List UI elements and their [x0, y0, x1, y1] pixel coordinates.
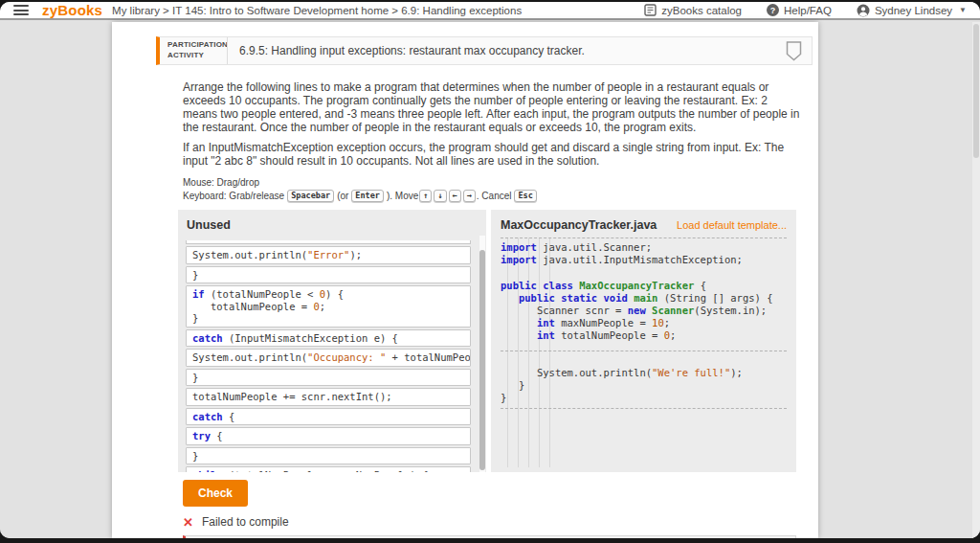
- draggable-code-item[interactable]: }: [186, 266, 471, 284]
- scrollbar-thumb[interactable]: [479, 250, 485, 470]
- unused-item-list: System.out.println("Error");}if (totalNu…: [186, 246, 471, 472]
- keyboard-hint-move: ). Move: [387, 190, 418, 202]
- compile-status-text: Failed to compile: [202, 515, 289, 529]
- key-arrow: ←: [449, 190, 461, 202]
- draggable-code-item[interactable]: totalNumPeople += scnr.nextInt();: [186, 388, 471, 406]
- instruction-paragraph-1: Arrange the following lines to make a pr…: [183, 80, 805, 134]
- load-default-template-link[interactable]: Load default template...: [677, 219, 787, 231]
- draggable-code-item[interactable]: System.out.println("Error");: [186, 246, 471, 264]
- chevron-down-icon: ▼: [959, 6, 967, 14]
- nav-user-menu[interactable]: Sydney Lindsey ▼: [857, 4, 967, 17]
- key-esc: Esc: [514, 190, 536, 202]
- page-scrollbar-thumb[interactable]: [973, 24, 979, 158]
- hamburger-menu-icon[interactable]: [13, 5, 29, 15]
- nav-user-label: Sydney Lindsey: [875, 5, 952, 16]
- activity-header: PARTICIPATION ACTIVITY 6.9.5: Handling i…: [156, 36, 813, 65]
- code-panel-header: MaxOccupancyTracker.java Load default te…: [501, 218, 787, 232]
- draggable-code-item[interactable]: try {: [186, 427, 471, 445]
- code-line: if (totalNumPeople < 0) {: [192, 288, 464, 301]
- code-line: [501, 354, 787, 367]
- code-line: [501, 266, 787, 279]
- code-line: public static void main (String [] args)…: [501, 292, 787, 305]
- code-line: import java.util.Scanner;: [501, 241, 787, 254]
- compile-error-output: MaxOccupancyTracker.java:17: error: 'cat…: [183, 535, 796, 538]
- interaction-hints: Mouse: Drag/drop Keyboard: Grab/release …: [183, 176, 813, 202]
- keyboard-hint-or: (or: [337, 190, 348, 202]
- keyboard-hint-cancel: . Cancel: [477, 190, 512, 202]
- content-card: PARTICIPATION ACTIVITY 6.9.5: Handling i…: [112, 22, 818, 538]
- code-line: while (totalNumPeople < maxNumPeople) {: [192, 469, 464, 472]
- draggable-code-item[interactable]: }: [186, 369, 471, 387]
- nav-zybooks-catalog[interactable]: zyBooks catalog: [644, 4, 742, 16]
- code-line: }: [501, 379, 787, 392]
- arrow-keys: ↑↓←→: [418, 190, 477, 202]
- key-arrow: ↑: [419, 190, 432, 202]
- code-line: totalNumPeople += scnr.nextInt();: [192, 391, 464, 403]
- code-block-top[interactable]: import java.util.Scanner;import java.uti…: [501, 238, 787, 351]
- page-content: PARTICIPATION ACTIVITY 6.9.5: Handling i…: [0, 22, 980, 538]
- key-arrow: →: [463, 190, 476, 202]
- keyboard-hint-prefix: Keyboard: Grab/release: [183, 190, 284, 202]
- mouse-hint: Mouse: Drag/drop: [183, 176, 813, 189]
- completion-shield-icon: [786, 41, 802, 61]
- code-line: catch (InputMismatchException e) {: [192, 332, 464, 345]
- code-line: }: [192, 269, 464, 282]
- partially-scrolled-item: [186, 240, 471, 244]
- code-line: int totalNumPeople = 0;: [501, 329, 787, 342]
- code-line: System.out.println("Occupancy: " + total…: [192, 351, 464, 364]
- draggable-code-item[interactable]: catch {: [186, 408, 471, 426]
- unused-panel-title: Unused: [187, 218, 478, 232]
- draggable-code-item[interactable]: catch (InputMismatchException e) {: [186, 329, 471, 348]
- code-panel: MaxOccupancyTracker.java Load default te…: [491, 210, 796, 472]
- code-line: }: [501, 392, 787, 404]
- draggable-code-item[interactable]: while (totalNumPeople < maxNumPeople) {: [186, 466, 471, 472]
- catalog-icon: [644, 4, 657, 16]
- browser-page: zyBooks My library > IT 145: Intro to So…: [0, 2, 980, 538]
- help-icon: ?: [767, 4, 779, 16]
- instruction-paragraph-2: If an InputMismatchException exception o…: [183, 141, 805, 168]
- draggable-code-item[interactable]: if (totalNumPeople < 0) { totalNumPeople…: [186, 285, 471, 328]
- code-block-bottom[interactable]: System.out.println("We're full!"); }}: [501, 351, 787, 410]
- key-arrow: ↓: [434, 190, 446, 202]
- code-line: Scanner scnr = new Scanner(System.in);: [501, 305, 787, 317]
- code-line: import java.util.InputMismatchException;: [501, 254, 787, 266]
- nav-help-faq[interactable]: ? Help/FAQ: [767, 4, 832, 16]
- code-line: }: [192, 312, 464, 325]
- code-line: }: [192, 450, 464, 463]
- draggable-code-item[interactable]: System.out.println("Occupancy: " + total…: [186, 349, 471, 367]
- code-line: totalNumPeople = 0;: [192, 301, 464, 313]
- nav-catalog-label: zyBooks catalog: [661, 5, 742, 16]
- participation-activity: PARTICIPATION ACTIVITY 6.9.5: Handling i…: [156, 36, 813, 538]
- code-line: System.out.println("We're full!");: [501, 367, 787, 379]
- user-icon: [857, 4, 870, 17]
- code-area: import java.util.Scanner;import java.uti…: [501, 238, 787, 467]
- top-nav-bar: zyBooks My library > IT 145: Intro to So…: [0, 2, 980, 20]
- key-enter: Enter: [351, 190, 384, 202]
- code-line: try {: [192, 430, 464, 442]
- activity-title: 6.9.5: Handling input exceptions: restau…: [228, 44, 786, 57]
- code-line: catch {: [192, 411, 464, 423]
- code-line: }: [192, 372, 464, 384]
- check-row: Check: [183, 480, 813, 507]
- code-line: System.out.println("Error");: [192, 249, 464, 261]
- code-line: int maxNumPeople = 10;: [501, 317, 787, 329]
- page-scrollbar[interactable]: [972, 22, 980, 538]
- compile-status-row: ✕ Failed to compile: [183, 515, 813, 529]
- nav-help-label: Help/FAQ: [784, 5, 832, 16]
- unused-panel: Unused System.out.println("Error");}if (…: [178, 210, 486, 472]
- check-button[interactable]: Check: [183, 480, 248, 507]
- unused-panel-scrollbar[interactable]: [479, 236, 485, 472]
- key-spacebar: Spacebar: [287, 190, 334, 202]
- keyboard-hint: Keyboard: Grab/release Spacebar (or Ente…: [183, 190, 813, 202]
- breadcrumb[interactable]: My library > IT 145: Intro to Software D…: [112, 5, 522, 16]
- drag-drop-panels: Unused System.out.println("Error");}if (…: [178, 210, 813, 472]
- code-file-name: MaxOccupancyTracker.java: [501, 218, 657, 232]
- activity-type-label: PARTICIPATION ACTIVITY: [160, 40, 227, 61]
- zybooks-logo[interactable]: zyBooks: [42, 2, 102, 18]
- instructions: Arrange the following lines to make a pr…: [183, 80, 805, 168]
- code-line: public class MaxOccupancyTracker {: [501, 280, 787, 292]
- failed-x-icon: ✕: [183, 516, 193, 529]
- draggable-code-item[interactable]: }: [186, 447, 471, 465]
